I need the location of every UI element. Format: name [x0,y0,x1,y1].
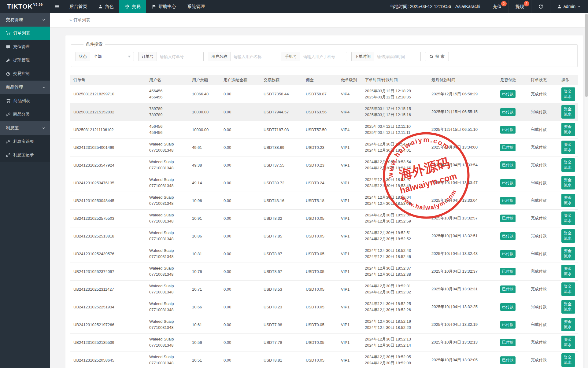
cell-level: VIP1 [338,333,362,351]
fund-flow-button[interactable]: 资金流水 [561,265,575,278]
fund-flow-button[interactable]: 资金流水 [561,353,575,367]
paid-badge: 已付款 [500,126,516,134]
user-phone: 456456 [149,94,186,100]
search-field-4: 下单时间 [351,52,421,61]
paid-badge: 已付款 [500,144,516,151]
cell-order-pay-time: 2024年12月30日 18:52:252024年12月30日 18:52:26 [362,298,428,316]
column-header-10: 订单状态 [528,75,558,85]
sidebar-item-1-1[interactable]: 商品分类 [0,108,50,121]
search-input-4[interactable] [374,52,420,61]
cell-amount: USDT7187.03 [261,121,303,138]
fund-flow-button[interactable]: 资金流水 [561,105,575,119]
sidebar-group-1[interactable]: 商品管理 [0,81,50,94]
sidebar-group-0[interactable]: 交易管理 [0,13,50,27]
sidebar-item-0-1[interactable]: 充值管理 [0,40,50,53]
cell-user: Waleed Suaip07710031348 [146,227,189,245]
nav-item-0[interactable]: 后台首页 [64,0,93,13]
sidebar-item-2-1[interactable]: 利息宝记录 [0,148,50,162]
sidebar-item-2-0[interactable]: 利息宝选项 [0,135,50,148]
fund-flow-button[interactable]: 资金流水 [561,141,575,154]
local-time: 当地时间: 2025-03-12 12:19:56 Asia/Karachi [384,0,486,13]
user-name: Waleed Suaip [149,336,186,342]
order-time: 2024年12月30日 18:52:51 [365,230,425,236]
sidebar-item-1-0[interactable]: 商品列表 [0,94,50,108]
cell-paid-status: 已付款 [497,298,528,316]
fund-flow-button[interactable]: 资金流水 [561,176,575,190]
local-time-text: 当地时间: 2025-03-12 12:19:56 [390,4,451,9]
link-icon [6,139,10,144]
search-button[interactable]: 搜 索 [425,52,449,61]
cell-balance: 49.14 [189,174,220,192]
sidebar-item-0-3[interactable]: 交易控制 [0,67,50,80]
search-input-1[interactable] [157,52,203,61]
cell-last-pay-time: 2025年10月04日 13:33:04 [428,192,497,209]
cell-balance: 10000.00 [189,121,220,138]
cell-order-pay-time: 2024年12月30日 18:52:372024年12月30日 18:52:38 [362,263,428,280]
cell-order-no: UB2503121211106102 [70,121,146,138]
sidebar-toggle-button[interactable] [50,0,64,13]
table-row-0: UB250312121829971045645645645610066.400.… [70,85,578,103]
cell-frozen: 0.00 [220,174,261,192]
user-name: Waleed Suaip [149,318,186,325]
status-select[interactable]: 全部 [90,52,134,61]
scales-icon [125,4,130,9]
fund-flow-button[interactable]: 资金流水 [561,212,575,225]
cell-last-pay-time: 2025年10月04日 13:32:25 [428,298,497,316]
cell-balance: 10.91 [189,209,220,227]
cell-amount: USDT37.55 [261,156,303,174]
refresh-button[interactable] [531,0,550,13]
link-icon [6,112,10,117]
sidebar-item-label: 提现管理 [13,57,30,63]
fund-flow-button[interactable]: 资金流水 [561,194,575,207]
fund-flow-button[interactable]: 资金流水 [561,229,575,243]
pay-time: 2024年12月30日 18:53:49 [365,183,425,189]
page-scrollbar[interactable] [585,13,588,368]
topbar-right: 当地时间: 2025-03-12 12:19:56 Asia/Karachi 充… [384,0,588,13]
sidebar-item-0-0[interactable]: 订单列表 [0,27,50,40]
cell-commission: USDT0.05 [303,351,338,368]
cell-order-status: 完成付款 [528,192,558,209]
fund-flow-button[interactable]: 资金流水 [561,282,575,296]
order-time: 2024年12月30日 18:53:54 [365,159,425,165]
cell-last-pay-time: 2025年10月04日 13:32:43 [428,245,497,263]
cell-order-status: 完成付款 [528,121,558,138]
fund-flow-button[interactable]: 资金流水 [561,318,575,331]
cell-order-status: 完成付款 [528,351,558,368]
cell-frozen: 0.00 [220,333,261,351]
cell-order-status: 完成付款 [528,333,558,351]
fund-flow-button[interactable]: 资金流水 [561,158,575,172]
sidebar-group-2[interactable]: 利息宝 [0,121,50,135]
recharge-button[interactable]: 充值 2 [486,0,508,13]
fund-flow-button[interactable]: 资金流水 [561,247,575,260]
cell-amount: USDT8.23 [261,298,303,316]
scrollbar-thumb[interactable] [585,14,588,97]
paid-badge: 已付款 [500,339,516,346]
cell-user: Waleed Suaip07710031348 [146,245,189,263]
nav-item-3[interactable]: 帮助中心 [146,0,182,13]
fund-flow-button[interactable]: 资金流水 [561,336,575,349]
sidebar-item-0-2[interactable]: 提现管理 [0,53,50,67]
nav-item-1[interactable]: 角色 [93,0,119,13]
search-input-2[interactable] [231,52,277,61]
top-nav: 后台首页角色交易帮助中心系统管理 [64,0,210,13]
cell-commission: USDT0.05 [303,280,338,298]
user-name: Waleed Suaip [149,265,186,271]
order-time: 2024年12月30日 18:52:19 [365,318,425,325]
search-row: 状态全部订单号用户名称手机号下单时间搜 索 [76,52,573,61]
user-phone: 07710031348 [149,271,186,278]
search-field-label: 订单号 [139,52,157,61]
cart-icon [6,98,11,103]
fund-flow-button[interactable]: 资金流水 [561,87,575,101]
fund-flow-button[interactable]: 资金流水 [561,300,575,314]
nav-item-4[interactable]: 系统管理 [182,0,210,13]
withdraw-label: 提现 [516,4,524,9]
nav-item-2[interactable]: 交易 [119,0,146,13]
cell-user: Waleed Suaip07710031348 [146,316,189,333]
withdraw-button[interactable]: 提现 2 [508,0,531,13]
user-menu[interactable]: admin [550,0,588,13]
cell-level: VIP1 [338,138,362,156]
search-input-3[interactable] [300,52,347,61]
search-field-label: 状态 [76,52,90,61]
cell-order-no: UB2412310252575503 [70,209,146,227]
fund-flow-button[interactable]: 资金流水 [561,123,575,136]
